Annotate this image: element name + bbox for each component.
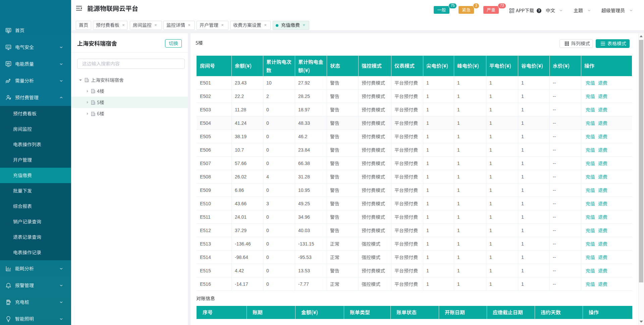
svg-text:?: ? (538, 9, 540, 13)
